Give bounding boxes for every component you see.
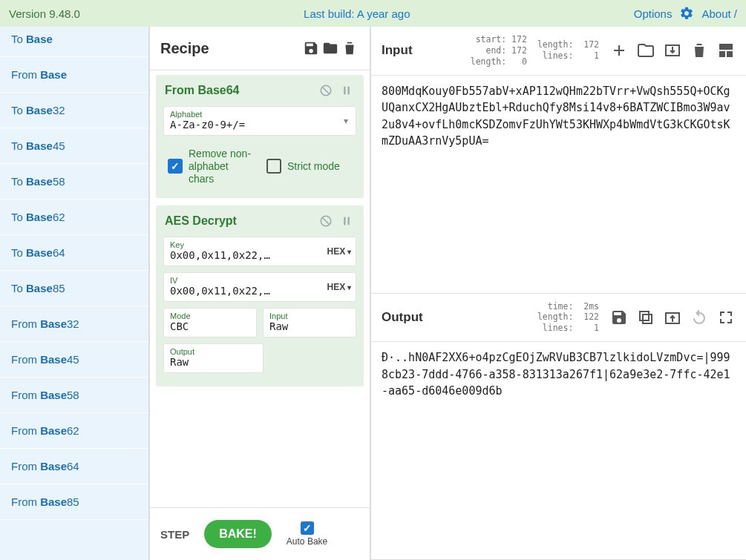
svg-rect-12: [640, 312, 649, 320]
key-value: 0x00,0x11,0x22,…: [170, 249, 317, 261]
remove-nonalpha-checkbox[interactable]: [168, 159, 183, 174]
svg-rect-10: [727, 51, 733, 57]
svg-rect-7: [348, 217, 350, 225]
pause-op-button[interactable]: [338, 213, 355, 229]
pause-op-button[interactable]: [338, 82, 355, 99]
add-tab-button[interactable]: [609, 41, 629, 60]
output-pane: Output time: 2ms length: 122 lines: 1 Ð·…: [371, 294, 746, 561]
sidebar-op-item[interactable]: From Base62: [0, 413, 148, 449]
operations-sidebar: To BaseFrom BaseTo Base32To Base45To Bas…: [0, 27, 148, 560]
sidebar-op-item[interactable]: To Base45: [0, 128, 148, 164]
svg-rect-11: [643, 314, 652, 323]
input-type-field[interactable]: Input Raw: [263, 308, 356, 337]
iv-field[interactable]: IV 0x00,0x11,0x22,… HEX: [163, 272, 356, 302]
options-link[interactable]: Options: [634, 7, 673, 20]
reset-layout-button[interactable]: [716, 41, 736, 60]
sidebar-op-item[interactable]: From Base45: [0, 342, 148, 378]
input-text[interactable]: 800MdqKouy0Fb557abV+xAP112wQHm22bTVrr+Vw…: [371, 76, 746, 293]
clear-recipe-button[interactable]: [340, 39, 359, 58]
mode-value: CBC: [170, 320, 250, 332]
mode-label: Mode: [170, 312, 250, 320]
svg-rect-6: [344, 217, 345, 225]
gear-icon[interactable]: [679, 6, 694, 21]
alphabet-value: A-Za-z0-9+/=: [170, 119, 350, 131]
sidebar-op-item[interactable]: From Base64: [0, 449, 148, 484]
maximize-output-button[interactable]: [716, 308, 736, 327]
autobake-label: Auto Bake: [287, 536, 327, 547]
recipe-title: Recipe: [160, 40, 301, 57]
disable-op-button[interactable]: [318, 213, 334, 229]
recipe-header: Recipe: [150, 27, 370, 70]
input-title: Input: [382, 43, 413, 58]
sidebar-op-item[interactable]: To Base32: [0, 93, 148, 128]
sidebar-op-item[interactable]: To Base: [0, 27, 148, 57]
open-file-button[interactable]: [663, 41, 682, 60]
strict-mode-label: Strict mode: [287, 160, 340, 173]
save-output-button[interactable]: [609, 308, 629, 327]
copy-output-button[interactable]: [636, 308, 655, 327]
operation-from-base64: From Base64 Alphabet A-Za-z0-9+/= Remove…: [156, 75, 364, 198]
svg-rect-8: [719, 44, 733, 50]
operation-title: From Base64: [165, 84, 313, 97]
mode-field[interactable]: Mode CBC: [163, 308, 257, 337]
sidebar-op-item[interactable]: From Base58: [0, 378, 148, 413]
bake-button[interactable]: BAKE!: [204, 520, 272, 548]
recipe-column: Recipe From Base64 Alphabet A-Za-z0-9+/=: [148, 27, 371, 560]
save-recipe-button[interactable]: [301, 39, 321, 58]
sidebar-op-item[interactable]: From Base: [0, 57, 148, 93]
disable-op-button[interactable]: [318, 82, 334, 99]
strict-mode-checkbox[interactable]: [266, 159, 281, 174]
svg-line-5: [323, 218, 330, 225]
sidebar-op-item[interactable]: To Base62: [0, 200, 148, 235]
iv-label: IV: [170, 276, 317, 285]
recipe-footer: STEP BAKE! Auto Bake: [150, 507, 370, 560]
undo-button[interactable]: [690, 308, 709, 327]
svg-rect-9: [719, 51, 725, 57]
remove-nonalpha-label: Remove non-alphabet chars: [189, 148, 253, 185]
input-pane: Input start: 172 end: 172 length: 0 leng…: [371, 27, 746, 294]
output-type-value: Raw: [170, 356, 257, 368]
iv-value: 0x00,0x11,0x22,…: [170, 285, 317, 297]
main: To BaseFrom BaseTo Base32To Base45To Bas…: [0, 27, 746, 560]
svg-line-1: [323, 88, 330, 94]
key-field[interactable]: Key 0x00,0x11,0x22,… HEX: [163, 237, 356, 266]
sidebar-op-item[interactable]: To Base85: [0, 271, 148, 306]
input-cursor-stats: start: 172 end: 172 length: 0: [471, 34, 527, 67]
iv-type-dropdown[interactable]: HEX: [327, 282, 351, 292]
key-label: Key: [170, 240, 317, 249]
operation-title: AES Decrypt: [165, 214, 313, 228]
operation-aes-decrypt: AES Decrypt Key 0x00,0x11,0x22,… HEX IV …: [156, 205, 364, 386]
load-recipe-button[interactable]: [321, 39, 340, 58]
input-length-stats: length: 172 lines: 1: [537, 39, 599, 62]
last-build-label: Last build: A year ago: [80, 7, 634, 20]
top-bar: Version 9.48.0 Last build: A year ago Op…: [0, 0, 746, 27]
alphabet-field[interactable]: Alphabet A-Za-z0-9+/=: [163, 106, 356, 136]
output-type-label: Output: [170, 347, 257, 356]
alphabet-label: Alphabet: [170, 110, 350, 119]
io-column: Input start: 172 end: 172 length: 0 leng…: [371, 27, 746, 560]
about-link[interactable]: About /: [701, 7, 737, 20]
step-button[interactable]: STEP: [160, 528, 189, 541]
version-label: Version 9.48.0: [9, 7, 80, 20]
output-title: Output: [382, 310, 423, 325]
sidebar-op-item[interactable]: To Base64: [0, 235, 148, 271]
sidebar-op-item[interactable]: To Base58: [0, 164, 148, 200]
input-type-label: Input: [269, 312, 350, 320]
clear-input-button[interactable]: [690, 41, 709, 60]
recipe-list: From Base64 Alphabet A-Za-z0-9+/= Remove…: [150, 70, 370, 507]
output-type-field[interactable]: Output Raw: [163, 343, 264, 373]
sidebar-op-item[interactable]: From Base32: [0, 306, 148, 342]
move-output-to-input-button[interactable]: [663, 308, 682, 327]
key-type-dropdown[interactable]: HEX: [327, 246, 351, 257]
sidebar-op-item[interactable]: From Base85: [0, 484, 148, 520]
top-right: Options About /: [634, 6, 737, 21]
svg-rect-2: [344, 87, 345, 95]
svg-rect-3: [348, 87, 350, 95]
autobake-checkbox[interactable]: [301, 521, 314, 535]
output-stats: time: 2ms length: 122 lines: 1: [537, 301, 599, 335]
output-text[interactable]: Ð·..hN0AF2XX6+o4pzCgEOjZwRVuB3CB7lzlkido…: [371, 342, 746, 559]
input-type-value: Raw: [269, 320, 350, 332]
open-folder-button[interactable]: [636, 41, 655, 60]
